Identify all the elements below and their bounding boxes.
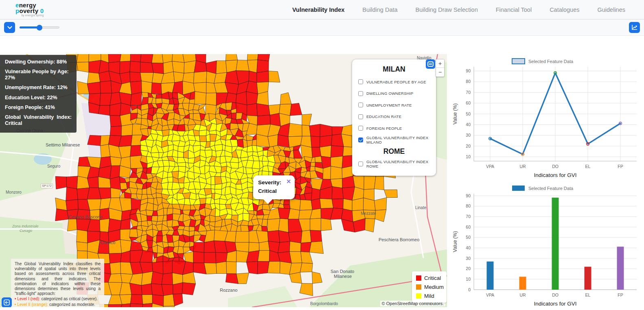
svg-text:Selected Feature Data: Selected Feature Data <box>528 59 574 64</box>
svg-text:30: 30 <box>466 133 471 138</box>
svg-text:VPA: VPA <box>486 293 494 297</box>
panel-section-title-milan: MILAN <box>352 65 436 74</box>
zoom-out-button[interactable]: − <box>436 68 444 76</box>
map-container[interactable]: Cascine OlonaSettimo MilaneseSeguroMonzo… <box>0 54 447 307</box>
opacity-slider[interactable] <box>20 24 59 31</box>
toggle-charts-button[interactable] <box>629 22 640 33</box>
nav-item-catalogues[interactable]: Catalogues <box>550 7 579 13</box>
svg-text:UR: UR <box>519 293 526 297</box>
zoom-in-button[interactable]: + <box>436 59 444 68</box>
checkbox-gvi-milano[interactable] <box>358 138 363 142</box>
svg-text:Selected Feature Data: Selected Feature Data <box>528 186 574 191</box>
nav-item-vulnerability-index[interactable]: Vulnerability Index <box>292 7 344 13</box>
nav-item-building-draw-selection[interactable]: Building Draw Selection <box>416 7 478 13</box>
legend-item-critical: Critical <box>416 275 442 281</box>
navbar: energy poverty 0 by energia spring Vulne… <box>0 0 644 20</box>
chevron-down-icon <box>6 24 13 31</box>
svg-text:Value (%): Value (%) <box>452 231 458 252</box>
svg-text:60: 60 <box>466 100 471 105</box>
svg-text:80: 80 <box>466 203 471 208</box>
legend-swatch-critical <box>416 275 421 281</box>
svg-text:UR: UR <box>519 164 526 169</box>
svg-text:20: 20 <box>466 144 471 148</box>
svg-text:70: 70 <box>466 90 471 95</box>
brand-logo[interactable]: energy poverty 0 by energia spring <box>15 2 44 17</box>
svg-text:90: 90 <box>466 68 471 73</box>
layer-row-education-rate[interactable]: EDUCATION RATE <box>352 111 436 123</box>
svg-text:0: 0 <box>468 287 471 292</box>
svg-text:30: 30 <box>466 256 471 261</box>
svg-text:VPA: VPA <box>486 164 494 169</box>
layer-row-gvi-milano[interactable]: GLOBAL VULNERABILITY INDEX MILANO <box>352 134 436 146</box>
stat-education: Education Level: 22% <box>5 95 72 100</box>
stat-unemployment: Unemployment Rate: 12% <box>5 85 72 90</box>
svg-text:Value (%): Value (%) <box>452 103 458 124</box>
legend-swatch-medium <box>416 284 421 290</box>
brand-line-2: poverty 0 <box>15 8 44 14</box>
panel-toggle-button[interactable] <box>426 59 435 69</box>
checkbox-dwelling-ownership[interactable] <box>358 91 363 96</box>
gvi-info-box: The Global Vulnerability Index classifie… <box>11 259 104 307</box>
legend-item-medium: Medium <box>416 284 442 290</box>
svg-text:40: 40 <box>466 122 471 127</box>
nav-item-building-data[interactable]: Building Data <box>362 7 397 13</box>
brand-tagline: by energia spring <box>15 14 44 17</box>
slider-thumb[interactable] <box>37 25 42 31</box>
svg-text:40: 40 <box>466 245 471 250</box>
map-zoom-control: + − <box>436 59 445 77</box>
severity-label: Severity: <box>258 179 291 187</box>
layers-dropdown-button[interactable] <box>4 22 15 33</box>
severity-popup: Severity: Critical ✕ <box>253 175 295 199</box>
checkbox-gvi-rome[interactable] <box>358 162 363 166</box>
checkbox-foreign-people[interactable] <box>358 126 363 131</box>
feature-stats-tooltip: Dwelling Ownership: 88% Vulnerable Peopl… <box>0 55 77 133</box>
svg-text:50: 50 <box>466 111 471 116</box>
svg-text:70: 70 <box>466 214 471 219</box>
svg-text:10: 10 <box>466 277 471 282</box>
arrow-left-box-icon <box>4 299 10 306</box>
layer-row-foreign-people[interactable]: FOREIGN PEOPLE <box>352 122 436 134</box>
collapse-sidebar-button[interactable] <box>2 297 12 307</box>
layer-row-unemployment-rate[interactable]: UNEMPLOYMENT RATE <box>352 99 436 111</box>
nav-item-financial-tool[interactable]: Financial Tool <box>496 7 532 13</box>
svg-text:20: 20 <box>466 266 471 271</box>
svg-text:Indicators for GVI: Indicators for GVI <box>534 301 576 307</box>
list-panel-icon <box>427 61 434 67</box>
svg-text:90: 90 <box>466 193 471 198</box>
svg-text:FP: FP <box>618 293 623 297</box>
svg-text:80: 80 <box>466 79 471 84</box>
svg-text:50: 50 <box>466 235 471 240</box>
gvi-info-paragraph: The Global Vulnerability Index classifie… <box>15 262 101 296</box>
layer-row-vulnerable-people[interactable]: VULNERABLE PEOPLE BY AGE <box>352 76 436 88</box>
gvi-level-1: •Level I (red): categorized as critical … <box>15 297 101 301</box>
svg-text:EL: EL <box>585 164 591 169</box>
legend-item-mild: Mild <box>416 293 442 299</box>
layer-row-gvi-rome[interactable]: GLOBAL VULNERABILITY INDEX ROME <box>352 158 436 170</box>
nav-item-guidelines[interactable]: Guidelines <box>597 7 625 13</box>
layer-row-dwelling-ownership[interactable]: DWELLING OWNERSHIP <box>352 88 436 100</box>
legend-swatch-mild <box>416 293 421 299</box>
svg-text:EL: EL <box>585 293 591 297</box>
checkbox-education-rate[interactable] <box>358 114 363 119</box>
svg-text:DO: DO <box>552 164 559 169</box>
bar-chart: 0102030405060708090VPAURDOELFPIndicators… <box>451 184 643 308</box>
map-toolbar <box>0 20 644 36</box>
checkbox-vulnerable-people[interactable] <box>358 79 363 84</box>
line-chart-icon <box>631 24 638 31</box>
app: energy poverty 0 by energia spring Vulne… <box>0 0 644 310</box>
panel-section-title-rome: ROME <box>352 147 436 156</box>
svg-text:FP: FP <box>618 164 623 169</box>
checkbox-unemployment-rate[interactable] <box>358 103 363 107</box>
popup-close-icon[interactable]: ✕ <box>286 178 291 185</box>
svg-text:10: 10 <box>466 154 471 159</box>
stat-gvi: Global Vulnerability Index: Critical <box>5 114 72 126</box>
main-nav: Vulnerability Index Building Data Buildi… <box>292 7 625 13</box>
svg-text:DO: DO <box>552 293 559 297</box>
line-chart: 102030405060708090VPAURDOELFPIndicators … <box>451 57 643 180</box>
brand-zero: 0 <box>40 7 44 14</box>
layers-panel: MILAN VULNERABLE PEOPLE BY AGE DWELLING … <box>352 59 436 176</box>
stat-foreign-people: Foreign People: 41% <box>5 105 72 110</box>
stat-vulnerable-people: Vulnerable People by Age: 27% <box>5 69 72 81</box>
stat-dwelling-ownership: Dwelling Ownership: 88% <box>5 59 72 65</box>
gvi-level-2: •Level II (orange): categorized as moder… <box>15 302 101 307</box>
